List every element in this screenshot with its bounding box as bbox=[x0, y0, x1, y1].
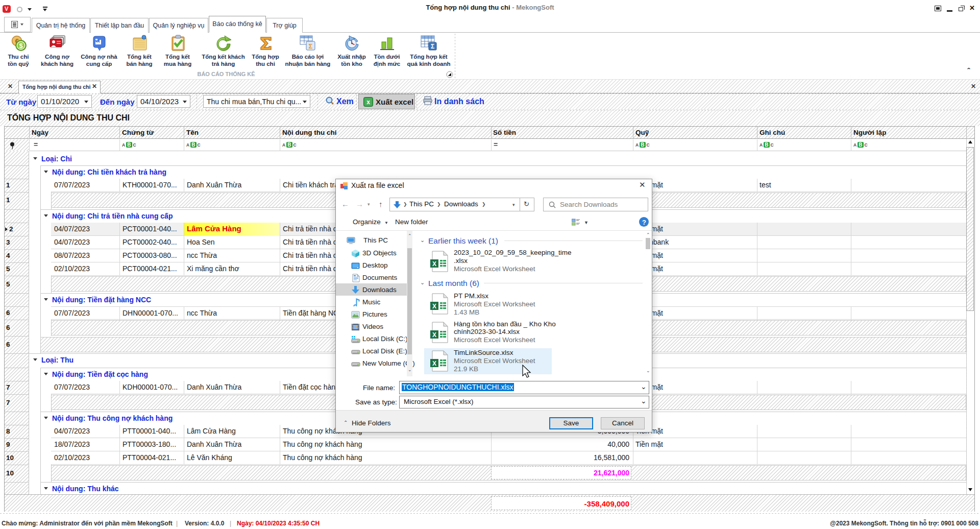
svg-text:X: X bbox=[432, 260, 436, 268]
svg-text:X: X bbox=[432, 360, 436, 367]
svg-text:X: X bbox=[432, 303, 436, 310]
svg-text:X: X bbox=[432, 331, 436, 339]
